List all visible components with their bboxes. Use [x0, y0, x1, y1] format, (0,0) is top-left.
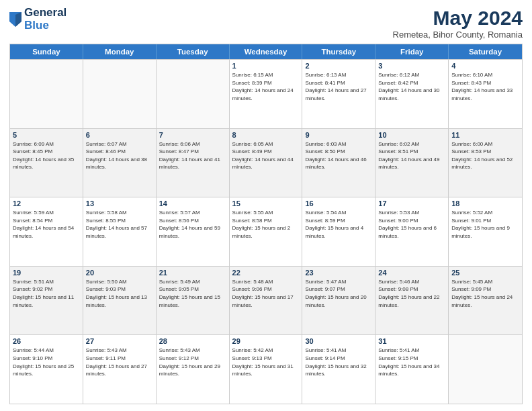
- day-number: 2: [305, 62, 372, 70]
- day-number: 4: [451, 62, 519, 70]
- logo-general: General: [24, 7, 66, 19]
- cal-cell-r1-c4: 9Sunrise: 6:03 AMSunset: 8:50 PMDaylight…: [302, 129, 375, 197]
- day-detail: Sunrise: 5:47 AMSunset: 9:07 PMDaylight:…: [305, 278, 372, 309]
- header: General Blue May 2024 Remetea, Bihor Cou…: [9, 7, 523, 40]
- cal-cell-r4-c5: 31Sunrise: 5:41 AMSunset: 9:15 PMDayligh…: [375, 335, 449, 404]
- cal-row-0: 1Sunrise: 6:15 AMSunset: 8:39 PMDaylight…: [10, 59, 522, 128]
- cal-cell-r0-c1: [83, 60, 157, 128]
- cal-cell-r0-c6: 4Sunrise: 6:10 AMSunset: 8:43 PMDaylight…: [449, 60, 522, 128]
- day-detail: Sunrise: 6:09 AMSunset: 8:45 PMDaylight:…: [13, 140, 80, 171]
- logo: General Blue: [9, 7, 66, 32]
- cal-cell-r1-c0: 5Sunrise: 6:09 AMSunset: 8:45 PMDaylight…: [10, 129, 83, 197]
- header-cell-monday: Monday: [83, 44, 157, 59]
- day-detail: Sunrise: 6:15 AMSunset: 8:39 PMDaylight:…: [232, 71, 300, 102]
- day-detail: Sunrise: 5:51 AMSunset: 9:02 PMDaylight:…: [13, 278, 80, 309]
- cal-row-3: 19Sunrise: 5:51 AMSunset: 9:02 PMDayligh…: [10, 266, 522, 335]
- header-cell-saturday: Saturday: [449, 44, 522, 59]
- cal-cell-r0-c3: 1Sunrise: 6:15 AMSunset: 8:39 PMDaylight…: [230, 60, 303, 128]
- cal-cell-r3-c6: 25Sunrise: 5:45 AMSunset: 9:09 PMDayligh…: [449, 267, 522, 335]
- header-cell-tuesday: Tuesday: [157, 44, 230, 59]
- day-number: 3: [378, 62, 445, 70]
- day-detail: Sunrise: 6:12 AMSunset: 8:42 PMDaylight:…: [378, 71, 445, 102]
- day-detail: Sunrise: 5:58 AMSunset: 8:55 PMDaylight:…: [86, 209, 153, 240]
- cal-cell-r1-c1: 6Sunrise: 6:07 AMSunset: 8:46 PMDaylight…: [83, 129, 157, 197]
- day-number: 1: [232, 62, 300, 70]
- day-detail: Sunrise: 6:07 AMSunset: 8:46 PMDaylight:…: [86, 140, 153, 171]
- cal-cell-r3-c3: 22Sunrise: 5:48 AMSunset: 9:06 PMDayligh…: [230, 267, 303, 335]
- day-number: 18: [451, 199, 519, 208]
- cal-cell-r2-c5: 17Sunrise: 5:53 AMSunset: 9:00 PMDayligh…: [375, 197, 449, 266]
- title-location: Remetea, Bihor County, Romania: [393, 30, 523, 40]
- cal-row-4: 26Sunrise: 5:44 AMSunset: 9:10 PMDayligh…: [10, 334, 522, 404]
- day-number: 17: [378, 199, 445, 208]
- day-number: 19: [13, 269, 80, 277]
- day-detail: Sunrise: 5:52 AMSunset: 9:01 PMDaylight:…: [451, 209, 519, 240]
- day-detail: Sunrise: 5:50 AMSunset: 9:03 PMDaylight:…: [86, 278, 153, 309]
- cal-cell-r4-c4: 30Sunrise: 5:41 AMSunset: 9:14 PMDayligh…: [302, 335, 375, 404]
- title-block: May 2024 Remetea, Bihor County, Romania: [393, 7, 523, 40]
- calendar-header-row: SundayMondayTuesdayWednesdayThursdayFrid…: [10, 44, 522, 59]
- cal-cell-r2-c6: 18Sunrise: 5:52 AMSunset: 9:01 PMDayligh…: [449, 197, 522, 266]
- header-cell-sunday: Sunday: [10, 44, 83, 59]
- logo-icon: [9, 12, 21, 27]
- day-detail: Sunrise: 6:10 AMSunset: 8:43 PMDaylight:…: [451, 71, 519, 102]
- day-detail: Sunrise: 5:45 AMSunset: 9:09 PMDaylight:…: [451, 278, 519, 309]
- cal-cell-r3-c0: 19Sunrise: 5:51 AMSunset: 9:02 PMDayligh…: [10, 267, 83, 335]
- day-number: 8: [232, 131, 300, 139]
- day-detail: Sunrise: 5:44 AMSunset: 9:10 PMDaylight:…: [13, 347, 80, 377]
- day-detail: Sunrise: 5:43 AMSunset: 9:11 PMDaylight:…: [86, 347, 153, 377]
- title-month: May 2024: [393, 7, 523, 30]
- day-detail: Sunrise: 6:05 AMSunset: 8:49 PMDaylight:…: [232, 140, 300, 171]
- logo-text: General Blue: [24, 7, 66, 32]
- day-number: 30: [305, 337, 372, 345]
- day-detail: Sunrise: 6:00 AMSunset: 8:53 PMDaylight:…: [451, 140, 519, 171]
- day-detail: Sunrise: 5:48 AMSunset: 9:06 PMDaylight:…: [232, 278, 300, 309]
- cal-cell-r4-c3: 29Sunrise: 5:42 AMSunset: 9:13 PMDayligh…: [230, 335, 303, 404]
- cal-cell-r2-c1: 13Sunrise: 5:58 AMSunset: 8:55 PMDayligh…: [83, 197, 157, 266]
- cal-cell-r4-c0: 26Sunrise: 5:44 AMSunset: 9:10 PMDayligh…: [10, 335, 83, 404]
- day-number: 7: [159, 131, 226, 139]
- day-number: 16: [305, 199, 372, 208]
- cal-cell-r0-c0: [10, 60, 83, 128]
- cal-cell-r2-c2: 14Sunrise: 5:57 AMSunset: 8:56 PMDayligh…: [157, 197, 230, 266]
- day-number: 31: [378, 337, 445, 345]
- day-detail: Sunrise: 5:49 AMSunset: 9:05 PMDaylight:…: [159, 278, 226, 309]
- day-number: 24: [378, 269, 445, 277]
- cal-cell-r3-c2: 21Sunrise: 5:49 AMSunset: 9:05 PMDayligh…: [157, 267, 230, 335]
- day-detail: Sunrise: 5:46 AMSunset: 9:08 PMDaylight:…: [378, 278, 445, 309]
- cal-cell-r1-c6: 11Sunrise: 6:00 AMSunset: 8:53 PMDayligh…: [449, 129, 522, 197]
- day-number: 5: [13, 131, 80, 139]
- cal-row-1: 5Sunrise: 6:09 AMSunset: 8:45 PMDaylight…: [10, 128, 522, 197]
- header-cell-thursday: Thursday: [302, 44, 375, 59]
- day-detail: Sunrise: 5:59 AMSunset: 8:54 PMDaylight:…: [13, 209, 80, 240]
- cal-cell-r3-c1: 20Sunrise: 5:50 AMSunset: 9:03 PMDayligh…: [83, 267, 157, 335]
- day-number: 23: [305, 269, 372, 277]
- day-detail: Sunrise: 5:54 AMSunset: 8:59 PMDaylight:…: [305, 209, 372, 240]
- cal-cell-r1-c2: 7Sunrise: 6:06 AMSunset: 8:47 PMDaylight…: [157, 129, 230, 197]
- day-number: 22: [232, 269, 300, 277]
- day-number: 26: [13, 337, 80, 345]
- logo-blue: Blue: [24, 19, 66, 32]
- day-number: 21: [159, 269, 226, 277]
- day-detail: Sunrise: 5:41 AMSunset: 9:15 PMDaylight:…: [378, 347, 445, 377]
- header-cell-wednesday: Wednesday: [230, 44, 303, 59]
- cal-cell-r2-c4: 16Sunrise: 5:54 AMSunset: 8:59 PMDayligh…: [302, 197, 375, 266]
- cal-cell-r3-c5: 24Sunrise: 5:46 AMSunset: 9:08 PMDayligh…: [375, 267, 449, 335]
- day-number: 14: [159, 199, 226, 208]
- day-number: 25: [451, 269, 519, 277]
- cal-cell-r4-c1: 27Sunrise: 5:43 AMSunset: 9:11 PMDayligh…: [83, 335, 157, 404]
- calendar: SundayMondayTuesdayWednesdayThursdayFrid…: [9, 44, 523, 404]
- day-number: 12: [13, 199, 80, 208]
- day-detail: Sunrise: 6:02 AMSunset: 8:51 PMDaylight:…: [378, 140, 445, 171]
- day-number: 28: [159, 337, 226, 345]
- day-number: 10: [378, 131, 445, 139]
- day-number: 27: [86, 337, 153, 345]
- cal-cell-r2-c3: 15Sunrise: 5:55 AMSunset: 8:58 PMDayligh…: [230, 197, 303, 266]
- calendar-body: 1Sunrise: 6:15 AMSunset: 8:39 PMDaylight…: [10, 59, 522, 404]
- day-detail: Sunrise: 5:55 AMSunset: 8:58 PMDaylight:…: [232, 209, 300, 240]
- cal-row-2: 12Sunrise: 5:59 AMSunset: 8:54 PMDayligh…: [10, 197, 522, 266]
- cal-cell-r0-c2: [157, 60, 230, 128]
- day-detail: Sunrise: 6:03 AMSunset: 8:50 PMDaylight:…: [305, 140, 372, 171]
- day-number: 6: [86, 131, 153, 139]
- day-detail: Sunrise: 5:42 AMSunset: 9:13 PMDaylight:…: [232, 347, 300, 377]
